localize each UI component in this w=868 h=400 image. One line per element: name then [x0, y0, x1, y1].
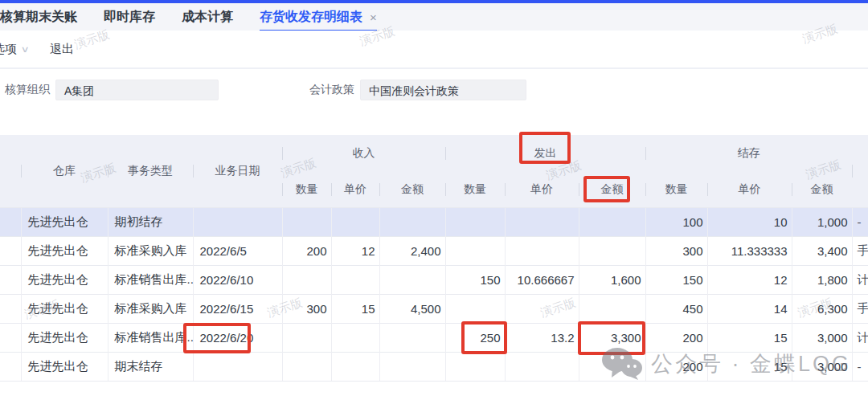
cell-in-amount — [379, 265, 445, 294]
close-icon[interactable]: × — [370, 10, 377, 24]
cell-date — [193, 207, 282, 236]
filter-panel: 核算组织 A集团 会计政策 中国准则会计政策 — [0, 69, 868, 135]
header-warehouse[interactable]: 仓库 — [21, 135, 108, 207]
header-receipt-amount[interactable]: 金额 — [379, 172, 445, 207]
cell-bal-price: 14 — [707, 294, 792, 323]
header-group-receipt[interactable]: 收入 — [282, 135, 445, 172]
tab-realtime-inventory[interactable]: 即时库存 — [104, 3, 155, 31]
cell-tail: - — [852, 207, 868, 236]
cell-out-qty — [445, 207, 505, 236]
header-transaction-type[interactable]: 事务类型 — [108, 135, 193, 207]
app-window: 核算期末关账 即时库存 成本计算 存货收发存明细表 × 选项 ∨ 退出 核算组织… — [0, 0, 868, 400]
header-receipt-qty[interactable]: 数量 — [282, 172, 331, 207]
options-button[interactable]: 选项 — [0, 42, 17, 57]
cell-warehouse: 先进先出仓 — [21, 323, 108, 352]
accounting-policy-field[interactable]: 中国准则会计政策 — [360, 80, 526, 100]
cell-out-price: 10.666667 — [505, 265, 579, 294]
cell-in-amount: 2,400 — [379, 236, 445, 265]
cell-bal-amount: 1,800 — [792, 265, 852, 294]
header-group-issue[interactable]: 发出 — [445, 135, 645, 172]
cell-in-qty: 300 — [282, 294, 331, 323]
cell-in-price — [331, 352, 379, 381]
cell-out-amount — [579, 207, 645, 236]
toolbar: 选项 ∨ 退出 — [0, 31, 868, 69]
table-header: 仓库 事务类型 业务日期 收入 发出 结存 数量 单价 金额 数量 单价 金额 … — [0, 135, 868, 207]
filter-accounting-org: 核算组织 A集团 — [5, 80, 219, 100]
header-stub-column — [0, 135, 21, 207]
cell-warehouse: 先进先出仓 — [21, 294, 108, 323]
cell-in-price: 12 — [331, 236, 379, 265]
cell-bal-amount: 6,300 — [792, 294, 852, 323]
accounting-org-field[interactable]: A集团 — [55, 80, 219, 100]
header-balance-amount[interactable]: 金额 — [792, 172, 852, 207]
tab-period-end-close[interactable]: 核算期末关账 — [0, 3, 77, 31]
cell-in-amount — [379, 352, 445, 381]
header-tail-column — [852, 135, 868, 207]
table-row[interactable]: 先进先出仓 标准销售出库... 2022/6/10 150 10.666667 … — [0, 265, 868, 294]
cell-out-amount — [579, 352, 645, 381]
cell-in-qty: 200 — [282, 236, 331, 265]
header-issue-qty[interactable]: 数量 — [445, 172, 505, 207]
tab-inventory-detail-report[interactable]: 存货收发存明细表 × — [260, 2, 377, 32]
table-row[interactable]: 先进先出仓 标准采购入库 2022/6/15 300 15 4,500 450 … — [0, 294, 868, 323]
cell-bal-amount: 3,000 — [792, 323, 852, 352]
inventory-detail-table: 仓库 事务类型 业务日期 收入 发出 结存 数量 单价 金额 数量 单价 金额 … — [0, 135, 868, 382]
cell-bal-amount: 3,400 — [792, 236, 852, 265]
cell-out-amount: 3,300 — [579, 323, 645, 352]
cell-txn-type: 标准采购入库 — [108, 236, 193, 265]
cell-in-price: 15 — [331, 294, 379, 323]
cell-warehouse: 先进先出仓 — [21, 265, 108, 294]
cell-date: 2022/6/5 — [193, 236, 282, 265]
cell-txn-type: 期初结存 — [108, 207, 193, 236]
header-issue-price[interactable]: 单价 — [505, 172, 579, 207]
table-row[interactable]: 先进先出仓 期末结存 200 15 3,000 - — [0, 352, 868, 381]
tab-bar: 核算期末关账 即时库存 成本计算 存货收发存明细表 × — [0, 3, 868, 31]
cell-bal-amount: 3,000 — [792, 352, 852, 381]
header-group-balance[interactable]: 结存 — [645, 135, 852, 172]
header-issue-amount[interactable]: 金额 — [579, 172, 645, 207]
cell-in-qty — [282, 352, 331, 381]
cell-in-amount: 4,500 — [379, 294, 445, 323]
cell-warehouse: 先进先出仓 — [21, 207, 108, 236]
cell-date: 2022/6/15 — [193, 294, 282, 323]
cell-out-price: 13.2 — [505, 323, 579, 352]
chevron-down-icon[interactable]: ∨ — [20, 44, 29, 55]
table-row[interactable]: 先进先出仓 标准销售出库... 2022/6/20 250 13.2 3,300… — [0, 323, 868, 352]
header-receipt-price[interactable]: 单价 — [331, 172, 379, 207]
cell-in-qty — [282, 207, 331, 236]
cell-in-amount — [379, 207, 445, 236]
cell-bal-qty: 100 — [645, 207, 707, 236]
cell-bal-price: 15 — [707, 352, 792, 381]
cell-in-amount — [379, 323, 445, 352]
cell-txn-type: 标准销售出库... — [108, 265, 193, 294]
cell-tail: 手 — [852, 294, 868, 323]
cell-out-price — [505, 236, 579, 265]
cell-out-price — [505, 207, 579, 236]
cell-in-price — [331, 265, 379, 294]
cell-tail: 计 — [852, 265, 868, 294]
exit-button[interactable]: 退出 — [50, 42, 74, 57]
cell-out-qty — [445, 294, 505, 323]
header-balance-qty[interactable]: 数量 — [645, 172, 707, 207]
cell-out-qty: 150 — [445, 265, 505, 294]
cell-bal-qty: 150 — [645, 265, 707, 294]
cell-bal-price: 11.333333 — [707, 236, 792, 265]
cell-in-price — [331, 207, 379, 236]
cell-out-price — [505, 352, 579, 381]
cell-date: 2022/6/20 — [193, 323, 282, 352]
cell-tail: 计 — [852, 323, 868, 352]
cell-date: 2022/6/10 — [193, 265, 282, 294]
table-row[interactable]: 先进先出仓 标准采购入库 2022/6/5 200 12 2,400 300 1… — [0, 236, 868, 265]
table-row[interactable]: 先进先出仓 期初结存 100 10 1,000 - — [0, 207, 868, 236]
cell-out-qty — [445, 352, 505, 381]
cell-tail: - — [852, 352, 868, 381]
header-business-date[interactable]: 业务日期 — [193, 135, 282, 207]
cell-bal-qty: 200 — [645, 352, 707, 381]
cell-bal-qty: 300 — [645, 236, 707, 265]
header-balance-price[interactable]: 单价 — [707, 172, 792, 207]
tab-cost-calculation[interactable]: 成本计算 — [182, 3, 233, 31]
cell-txn-type: 标准采购入库 — [108, 294, 193, 323]
accounting-org-label: 核算组织 — [5, 83, 50, 97]
cell-in-qty — [282, 323, 331, 352]
cell-bal-amount: 1,000 — [792, 207, 852, 236]
